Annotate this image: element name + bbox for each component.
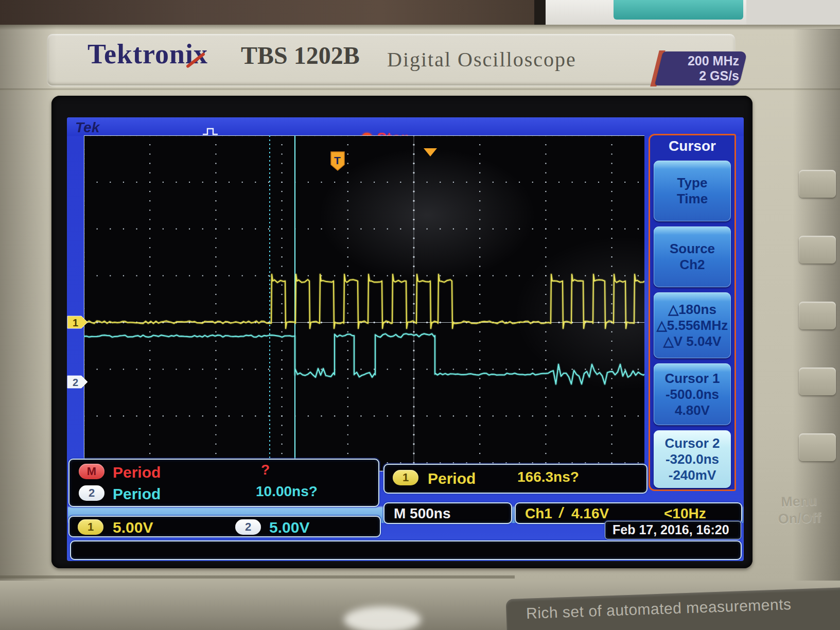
softkey-button-3[interactable] <box>799 302 836 329</box>
measurement-label: Period <box>428 470 476 487</box>
background-device-teal-stripe <box>614 0 743 20</box>
menu-onoff-label: Menu <box>760 492 838 511</box>
lcd-display: Tek Stop M Pos: 700.0ns 12T Cursor Type … <box>67 117 744 561</box>
svg-text:T: T <box>334 154 341 166</box>
softkey-button-4[interactable] <box>799 367 836 395</box>
ch1-period-box: 1 Period 166.3ns? <box>383 464 647 494</box>
bezel-left-shadow <box>0 25 57 591</box>
menu-item-delta-readout[interactable]: △180ns △5.556MHz △V 5.04V <box>654 292 731 358</box>
menu-line: △V 5.04V <box>663 334 722 349</box>
message-bar <box>70 540 742 560</box>
menu-line: Source <box>670 241 715 257</box>
softkey-button-1[interactable] <box>799 170 836 198</box>
bottom-reflection <box>344 606 421 630</box>
bezel-top-edge <box>0 25 840 30</box>
menu-line: Type <box>677 175 708 191</box>
menu-title: Cursor <box>652 138 733 154</box>
menu-line: Cursor 1 <box>665 371 720 387</box>
bandwidth-spec: 200 MHz <box>662 54 739 68</box>
trigger-source: Ch1 <box>525 505 552 522</box>
softkey-button-2[interactable] <box>799 236 836 264</box>
menu-line: -240mV <box>669 467 716 483</box>
product-name: Digital Oscilloscope <box>387 47 576 72</box>
timebase-box: M 500ns <box>383 502 512 524</box>
datetime-readout: Feb 17, 2016, 16:20 <box>612 522 729 537</box>
menu-line: 4.80V <box>675 402 710 418</box>
svg-text:1: 1 <box>73 317 78 328</box>
oscilloscope-photo: Tektronix TBS 1202B Digital Oscilloscope… <box>0 0 840 630</box>
menu-line: -320.0ns <box>666 451 719 467</box>
measurement-value: 10.00ns? <box>256 483 318 500</box>
bezel-bottom-edge <box>0 575 515 579</box>
menu-line: Cursor 2 <box>665 435 720 451</box>
measurement-value: 166.3ns? <box>517 469 579 485</box>
model-number: TBS 1202B <box>241 41 360 69</box>
ch2-badge: 2 <box>79 485 104 501</box>
ch1-badge: 1 <box>393 470 418 485</box>
measurement-label: Period <box>113 485 161 503</box>
menu-line: △180ns <box>668 302 716 318</box>
timebase-readout: M 500ns <box>394 505 451 522</box>
menu-line: -500.0ns <box>666 387 719 402</box>
ch1-scale: 5.00V <box>113 519 153 536</box>
menu-item-cursor2[interactable]: Cursor 2 -320.0ns -240mV <box>654 430 731 488</box>
trigger-frequency: <10Hz <box>664 505 706 522</box>
svg-text:2: 2 <box>73 377 78 388</box>
trigger-level: 4.16V <box>571 505 609 522</box>
menu-line: △5.556MHz <box>657 318 728 334</box>
bezel-groove <box>0 89 840 91</box>
ch1-badge: 1 <box>78 519 103 535</box>
math-channel-badge: M <box>79 464 104 479</box>
menu-item-cursor1[interactable]: Cursor 1 -500.0ns 4.80V <box>654 363 731 425</box>
menu-line: Ch2 <box>679 257 705 273</box>
menu-onoff-button[interactable]: Menu On/Off <box>760 492 838 528</box>
samplerate-spec: 2 GS/s <box>662 68 739 83</box>
measurement-box: M Period ? 2 Period 10.00ns? <box>68 459 379 507</box>
menu-onoff-label: On/Off <box>761 509 838 528</box>
measurement-value: ? <box>261 462 270 478</box>
vertical-scale-box: 1 5.00V 2 5.00V <box>68 516 381 537</box>
datetime-box: Feb 17, 2016, 16:20 <box>605 521 741 539</box>
menu-item-source[interactable]: Source Ch2 <box>654 226 731 287</box>
ch2-scale: 5.00V <box>269 519 309 536</box>
softkey-button-5[interactable] <box>799 433 836 461</box>
spec-badge-text: 200 MHz 2 GS/s <box>662 54 742 83</box>
trigger-edge-icon: / <box>559 504 563 521</box>
menu-item-type[interactable]: Type Time <box>654 161 731 221</box>
menu-line: Time <box>677 191 708 207</box>
measurement-label: Period <box>113 464 161 481</box>
ch2-badge: 2 <box>235 519 261 535</box>
background-corner <box>746 0 840 26</box>
